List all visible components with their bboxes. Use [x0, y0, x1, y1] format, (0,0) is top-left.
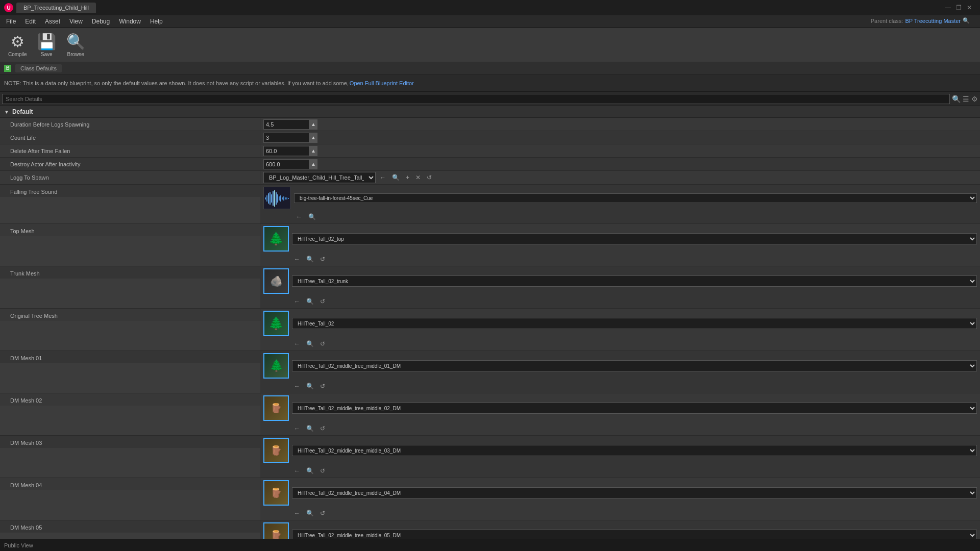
- dm02-nav-back-button[interactable]: ←: [292, 424, 302, 433]
- dm01-search-button[interactable]: 🔍: [304, 382, 316, 391]
- open-blueprint-link[interactable]: Open Full Blueprint Editor: [350, 80, 414, 86]
- prop-top-mesh-value: 🌲 HillTree_Tall_02_top ← 🔍 ↺: [260, 224, 980, 266]
- svg-rect-3: [270, 192, 271, 205]
- logg-reset-button[interactable]: ↺: [425, 173, 434, 182]
- logg-nav-back-button[interactable]: ←: [378, 173, 388, 182]
- menu-asset[interactable]: Asset: [41, 17, 64, 26]
- dm03-nav-back-button[interactable]: ←: [292, 466, 302, 475]
- svg-rect-11: [282, 197, 283, 199]
- count-life-spin-up[interactable]: ▲: [309, 133, 317, 143]
- prop-dm-mesh-03: DM Mesh 03 🪵 HillTree_Tall_02_middle_tre…: [0, 436, 980, 478]
- prop-sound-label: Falling Tree Sound: [0, 185, 260, 197]
- prop-trunk-mesh: Trunk Mesh 🪨 HillTree_Tall_02_trunk ←: [0, 266, 980, 309]
- delete-time-spin-up[interactable]: ▲: [309, 146, 317, 156]
- top-mesh-reset-button[interactable]: ↺: [318, 255, 327, 264]
- dm01-thumb: 🌲: [263, 353, 289, 379]
- delete-time-input[interactable]: [263, 146, 309, 156]
- title-tab[interactable]: BP_Treecutting_Child_Hill: [16, 3, 96, 13]
- search-icon[interactable]: 🔍: [952, 95, 961, 103]
- original-mesh-select[interactable]: HillTree_Tall_02: [292, 318, 977, 329]
- svg-rect-2: [268, 193, 269, 204]
- logg-spawn-select[interactable]: BP_Log_Master_Child_Hill_Tree_Tall_02_lo…: [263, 172, 376, 183]
- prop-count-life-label: Count Life: [0, 131, 260, 144]
- section-arrow-icon: ▼: [4, 109, 9, 115]
- duration-spin-up[interactable]: ▲: [309, 119, 317, 130]
- dm02-thumb-icon: 🪵: [271, 403, 282, 414]
- class-defaults-tab[interactable]: Class Defaults: [15, 64, 62, 72]
- restore-button[interactable]: ❐: [956, 4, 962, 11]
- menu-window[interactable]: Window: [115, 17, 145, 26]
- dm04-reset-button[interactable]: ↺: [318, 509, 327, 518]
- destroy-actor-input[interactable]: [263, 159, 309, 169]
- save-button[interactable]: 💾 Save: [33, 31, 60, 59]
- parent-class-label: Parent class:: [871, 18, 903, 24]
- prop-top-mesh-label: Top Mesh: [0, 224, 260, 236]
- class-defaults-icon: B: [4, 65, 11, 72]
- original-mesh-thumb: 🌲: [263, 311, 289, 336]
- original-mesh-search-button[interactable]: 🔍: [304, 339, 316, 348]
- prop-delete-after-time: Delete After Time Fallen ▲: [0, 144, 980, 158]
- dm04-search-button[interactable]: 🔍: [304, 509, 316, 518]
- note-text: NOTE: This is a data only blueprint, so …: [4, 80, 349, 86]
- original-mesh-reset-button[interactable]: ↺: [318, 339, 327, 348]
- duration-input[interactable]: [263, 119, 309, 130]
- prop-duration-value: ▲: [260, 118, 980, 131]
- minimize-button[interactable]: —: [945, 4, 951, 11]
- trunk-mesh-search-button[interactable]: 🔍: [304, 297, 316, 306]
- destroy-actor-spin-up[interactable]: ▲: [309, 159, 317, 169]
- original-mesh-thumb-icon: 🌲: [268, 316, 284, 331]
- browse-button[interactable]: 🔍 Browse: [62, 31, 89, 59]
- search-parent-icon[interactable]: 🔍: [963, 17, 970, 24]
- trunk-mesh-reset-button[interactable]: ↺: [318, 297, 327, 306]
- prop-dm05-label: DM Mesh 05: [0, 520, 260, 533]
- dm03-select[interactable]: HillTree_Tall_02_middle_tree_middle_03_D…: [292, 445, 977, 456]
- logg-add-button[interactable]: +: [404, 173, 411, 182]
- menu-help[interactable]: Help: [146, 17, 167, 26]
- prop-top-mesh: Top Mesh 🌲 HillTree_Tall_02_top ←: [0, 224, 980, 266]
- logg-clear-button[interactable]: ✕: [413, 173, 423, 182]
- dm02-select[interactable]: HillTree_Tall_02_middle_tree_middle_02_D…: [292, 403, 977, 414]
- list-view-icon[interactable]: ☰: [963, 95, 969, 103]
- dm05-select[interactable]: HillTree_Tall_02_middle_tree_middle_05_D…: [292, 530, 977, 539]
- dm01-nav-back-button[interactable]: ←: [292, 382, 302, 391]
- dm03-search-button[interactable]: 🔍: [304, 466, 316, 475]
- menu-view[interactable]: View: [65, 17, 87, 26]
- menu-file[interactable]: File: [2, 17, 20, 26]
- top-mesh-select[interactable]: HillTree_Tall_02_top: [292, 233, 977, 244]
- search-input[interactable]: [2, 94, 950, 104]
- dm02-thumb: 🪵: [263, 395, 289, 421]
- dm01-select[interactable]: HillTree_Tall_02_middle_tree_middle_01_D…: [292, 360, 977, 371]
- save-label: Save: [41, 52, 53, 57]
- original-mesh-nav-back-button[interactable]: ←: [292, 339, 302, 348]
- trunk-mesh-select[interactable]: HillTree_Tall_02_trunk: [292, 276, 977, 287]
- dm02-reset-button[interactable]: ↺: [318, 424, 327, 433]
- svg-rect-1: [266, 195, 267, 202]
- close-button[interactable]: ✕: [967, 4, 972, 11]
- prop-dm02-label: DM Mesh 02: [0, 393, 260, 406]
- settings-icon[interactable]: ⚙: [971, 95, 978, 103]
- sound-search-button[interactable]: 🔍: [306, 212, 318, 221]
- menu-edit[interactable]: Edit: [21, 17, 40, 26]
- menu-debug[interactable]: Debug: [88, 17, 114, 26]
- top-mesh-search-button[interactable]: 🔍: [304, 255, 316, 264]
- dm04-select[interactable]: HillTree_Tall_02_middle_tree_middle_04_D…: [292, 487, 977, 498]
- top-mesh-thumb-icon: 🌲: [268, 232, 284, 246]
- browse-label: Browse: [67, 52, 84, 57]
- dm03-thumb: 🪵: [263, 438, 289, 463]
- dm01-reset-button[interactable]: ↺: [318, 382, 327, 391]
- top-mesh-nav-back-button[interactable]: ←: [292, 255, 302, 264]
- prop-duration-label: Duration Before Logs Spawning: [0, 118, 260, 131]
- compile-button[interactable]: ⚙ Compile: [4, 31, 31, 59]
- prop-falling-tree-sound: Falling Tree Sound: [0, 185, 980, 224]
- dm02-search-button[interactable]: 🔍: [304, 424, 316, 433]
- default-section-header[interactable]: ▼ Default: [0, 106, 980, 118]
- sound-nav-back-button[interactable]: ←: [294, 212, 304, 221]
- trunk-mesh-nav-back-button[interactable]: ←: [292, 297, 302, 306]
- parent-class-link[interactable]: BP Treecutting Master: [905, 18, 961, 24]
- dm04-nav-back-button[interactable]: ←: [292, 509, 302, 518]
- logg-search-button[interactable]: 🔍: [390, 173, 402, 182]
- count-life-input[interactable]: [263, 133, 309, 143]
- dm04-thumb: 🪵: [263, 480, 289, 506]
- sound-select[interactable]: big-tree-fall-in-forest-45sec_Cue: [294, 193, 977, 203]
- dm03-reset-button[interactable]: ↺: [318, 466, 327, 475]
